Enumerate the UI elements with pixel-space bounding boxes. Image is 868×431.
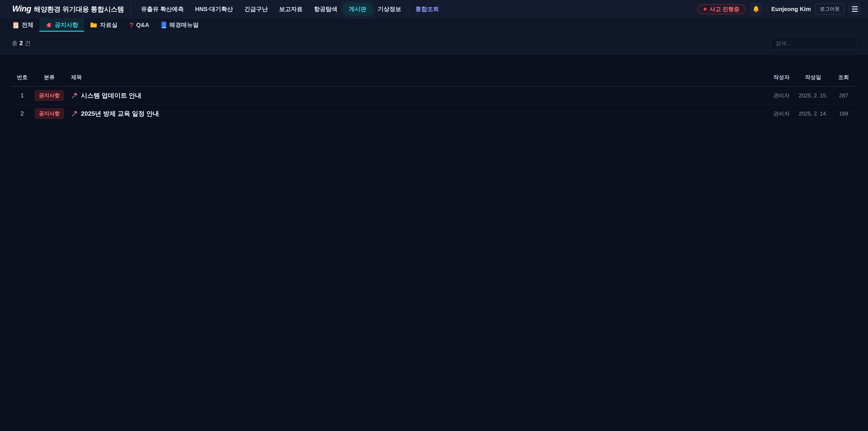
topbar-right-controls: 사고 진행중 Eunjeong Kim 로그아웃 xyxy=(698,3,861,15)
total-prefix: 총 xyxy=(12,39,18,47)
clipboard-icon xyxy=(13,22,19,29)
nav-item-integrated-search[interactable]: 통합조회 xyxy=(410,3,445,15)
table-row[interactable]: 1 공지사항 시스템 업데이트 안내 관리자 2025. 2. 15. 287 xyxy=(11,87,857,105)
tab-label: 공지사항 xyxy=(55,21,78,29)
nav-item-aerial-search[interactable]: 항공탐색 xyxy=(308,3,343,15)
megaphone-icon xyxy=(45,22,52,29)
nav-item-hns-air-diffusion[interactable]: HNS·대기확산 xyxy=(189,3,239,15)
tab-label: 전체 xyxy=(22,21,33,29)
post-number: 2 xyxy=(11,110,33,117)
nav-item-weather-info[interactable]: 기상정보 xyxy=(372,3,407,15)
tab-all[interactable]: 전체 xyxy=(7,18,39,32)
post-author: 관리자 xyxy=(767,110,796,117)
tab-label: 자료실 xyxy=(100,21,118,29)
incident-badge-label: 사고 진행중 xyxy=(710,5,739,13)
brand-divider xyxy=(130,4,131,14)
menu-button[interactable] xyxy=(849,3,861,15)
category-badge: 공지사항 xyxy=(35,108,64,119)
total-count-value: 2 xyxy=(20,40,23,47)
board-tab-bar: 전체 공지사항 자료실 ? Q&A xyxy=(0,18,868,32)
header-author: 작성자 xyxy=(767,74,796,81)
header-date: 작성일 xyxy=(796,74,830,81)
tab-manual[interactable]: 해경매뉴얼 xyxy=(155,18,205,32)
tab-label: 해경매뉴얼 xyxy=(169,21,199,29)
header-views: 조회 xyxy=(830,74,857,81)
category-badge: 공지사항 xyxy=(35,90,64,101)
question-icon: ? xyxy=(129,21,133,29)
red-dot-icon xyxy=(704,8,707,11)
bell-icon xyxy=(752,5,760,13)
post-views: 287 xyxy=(830,92,857,99)
logout-button[interactable]: 로그아웃 xyxy=(815,3,844,15)
hamburger-icon xyxy=(852,6,858,7)
post-views: 189 xyxy=(830,111,857,117)
brand: Wing 해양환경 위기대응 통합시스템 xyxy=(12,4,124,14)
logo-wing: Wing xyxy=(12,4,31,13)
tab-archive[interactable]: 자료실 xyxy=(84,18,123,32)
pushpin-icon xyxy=(71,92,78,99)
nav-item-reports[interactable]: 보고자료 xyxy=(274,3,308,15)
total-suffix: 건 xyxy=(25,39,31,47)
tab-label: Q&A xyxy=(136,22,149,29)
header-category: 분류 xyxy=(33,74,65,81)
user-name: Eunjeong Kim xyxy=(771,6,811,13)
notification-bell-button[interactable] xyxy=(750,3,762,15)
nav-item-board[interactable]: 게시판 xyxy=(343,3,372,15)
pushpin-icon xyxy=(71,110,78,117)
nav-item-oil-spill-prediction[interactable]: 유출유 확산예측 xyxy=(135,3,189,15)
top-navigation-bar: Wing 해양환경 위기대응 통합시스템 유출유 확산예측 HNS·대기확산 긴… xyxy=(0,0,868,18)
table-header-row: 번호 분류 제목 작성자 작성일 조회 xyxy=(11,68,857,87)
header-title: 제목 xyxy=(65,74,767,81)
post-date: 2025. 2. 15. xyxy=(796,92,830,99)
tab-qna[interactable]: ? Q&A xyxy=(123,18,155,32)
table-row[interactable]: 2 공지사항 2025년 방제 교육 일정 안내 관리자 2025. 2. 14… xyxy=(11,105,857,123)
post-title[interactable]: 시스템 업데이트 안내 xyxy=(81,91,142,100)
book-icon xyxy=(161,22,166,29)
app-title: 해양환경 위기대응 통합시스템 xyxy=(34,5,124,14)
post-number: 1 xyxy=(11,92,33,99)
main-nav: 유출유 확산예측 HNS·대기확산 긴급구난 보고자료 항공탐색 게시판 기상정… xyxy=(135,3,445,15)
tab-notices[interactable]: 공지사항 xyxy=(39,18,84,32)
post-author: 관리자 xyxy=(767,92,796,99)
folder-icon xyxy=(90,22,97,28)
incident-in-progress-badge[interactable]: 사고 진행중 xyxy=(698,4,745,14)
total-count: 총2건 xyxy=(12,39,31,47)
nav-item-emergency-rescue[interactable]: 긴급구난 xyxy=(239,3,274,15)
search-input[interactable] xyxy=(770,37,856,50)
post-table: 번호 분류 제목 작성자 작성일 조회 1 공지사항 시스템 업데이트 안내 관… xyxy=(11,68,857,123)
header-no: 번호 xyxy=(11,74,33,81)
post-title[interactable]: 2025년 방제 교육 일정 안내 xyxy=(81,110,159,118)
board-toolbar: 총2건 xyxy=(0,32,868,55)
post-date: 2025. 2. 14. xyxy=(796,111,830,117)
